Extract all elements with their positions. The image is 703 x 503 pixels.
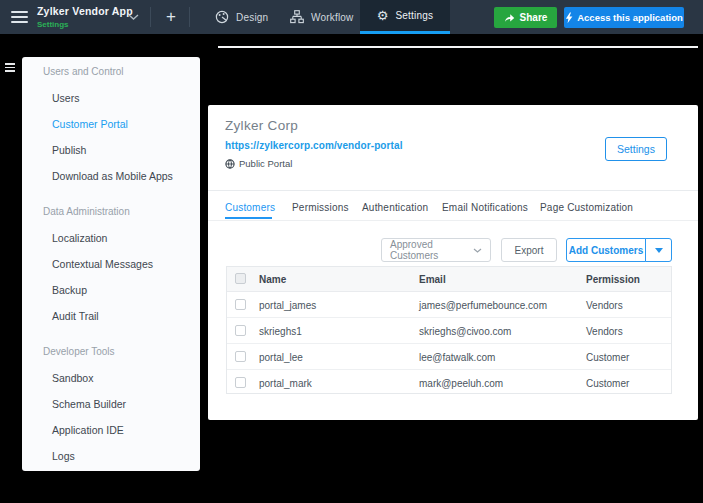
portal-settings-button[interactable]: Settings bbox=[605, 137, 667, 161]
access-button-label: Access this application bbox=[577, 12, 683, 23]
tab-permissions[interactable]: Permissions bbox=[292, 202, 349, 213]
tab-workflow-label: Workflow bbox=[311, 12, 354, 23]
chevron-down-icon bbox=[473, 248, 482, 253]
add-customers-button[interactable]: Add Customers bbox=[566, 238, 646, 262]
customer-filter-value: Approved Customers bbox=[390, 239, 473, 261]
app-screen: Zylker Vendor App Settings + Design bbox=[0, 0, 703, 503]
sidebar-item-contextual-messages[interactable]: Contextual Messages bbox=[52, 258, 153, 270]
page-title: Zylker Corp bbox=[225, 118, 298, 133]
column-header-permission: Permission bbox=[586, 274, 640, 285]
row-checkbox[interactable] bbox=[235, 377, 246, 388]
select-all-checkbox[interactable] bbox=[235, 273, 246, 284]
collapsed-panel-toggle-icon[interactable] bbox=[5, 63, 15, 72]
tab-workflow[interactable]: Workflow bbox=[278, 0, 366, 34]
cell-email: mark@peeluh.com bbox=[419, 377, 503, 388]
sidebar-section-users-and-control: Users and Control bbox=[43, 66, 124, 77]
top-bar: Zylker Vendor App Settings + Design bbox=[0, 0, 703, 34]
share-button-label: Share bbox=[520, 12, 548, 23]
table-row[interactable]: portal_james james@perfumebounce.com Ven… bbox=[227, 292, 671, 318]
cell-name: skrieghs1 bbox=[259, 325, 302, 336]
workflow-icon bbox=[290, 10, 304, 24]
cell-email: skrieghs@civoo.com bbox=[419, 325, 511, 336]
portal-url-link[interactable]: https://zylkercorp.com/vendor-portal bbox=[225, 140, 403, 151]
tab-settings-label: Settings bbox=[395, 10, 433, 21]
add-customers-dropdown-button[interactable] bbox=[645, 238, 672, 262]
add-component-button[interactable]: + bbox=[157, 0, 185, 34]
app-subtitle: Settings bbox=[37, 20, 133, 29]
portal-visibility-label: Public Portal bbox=[239, 158, 292, 169]
cell-permission: Customer bbox=[586, 377, 629, 388]
cell-permission: Vendors bbox=[586, 299, 623, 310]
table-row[interactable]: skrieghs1 skrieghs@civoo.com Vendors bbox=[227, 318, 671, 344]
table-row[interactable]: portal_lee lee@fatwalk.com Customer bbox=[227, 344, 671, 370]
table-row[interactable]: portal_mark mark@peeluh.com Customer bbox=[227, 370, 671, 395]
cell-email: lee@fatwalk.com bbox=[419, 351, 495, 362]
tab-page-customization[interactable]: Page Customization bbox=[540, 202, 633, 213]
app-switcher[interactable]: Zylker Vendor App Settings bbox=[37, 5, 133, 29]
add-customers-button-label: Add Customers bbox=[569, 245, 643, 256]
cell-permission: Vendors bbox=[586, 325, 623, 336]
portal-settings-button-label: Settings bbox=[617, 143, 655, 155]
share-icon bbox=[504, 13, 515, 23]
globe-icon bbox=[225, 159, 235, 169]
customers-table: Name Email Permission portal_james james… bbox=[226, 266, 672, 394]
portal-visibility: Public Portal bbox=[225, 158, 292, 169]
tab-design-label: Design bbox=[236, 12, 268, 23]
sidebar-item-users[interactable]: Users bbox=[52, 92, 79, 104]
access-application-button[interactable]: Access this application bbox=[564, 7, 684, 28]
sidebar-item-application-ide[interactable]: Application IDE bbox=[52, 424, 124, 436]
backdrop-divider-line bbox=[218, 46, 698, 48]
column-header-email: Email bbox=[419, 274, 446, 285]
cell-permission: Customer bbox=[586, 351, 629, 362]
divider bbox=[150, 7, 151, 27]
cell-name: portal_lee bbox=[259, 351, 303, 362]
customer-filter-select[interactable]: Approved Customers bbox=[381, 238, 491, 262]
sidebar-item-customer-portal[interactable]: Customer Portal bbox=[52, 118, 128, 130]
caret-down-icon bbox=[655, 248, 663, 253]
cell-name: portal_mark bbox=[259, 377, 312, 388]
sidebar-item-schema-builder[interactable]: Schema Builder bbox=[52, 398, 126, 410]
row-checkbox[interactable] bbox=[235, 351, 246, 362]
customer-portal-panel: Zylker Corp https://zylkercorp.com/vendo… bbox=[208, 105, 698, 420]
sidebar-item-backup[interactable]: Backup bbox=[52, 284, 87, 296]
export-button[interactable]: Export bbox=[501, 238, 557, 262]
sidebar-item-download-as-mobile-apps[interactable]: Download as Mobile Apps bbox=[52, 170, 173, 182]
divider bbox=[208, 220, 698, 221]
chevron-down-icon[interactable] bbox=[128, 14, 139, 20]
tab-email-notifications[interactable]: Email Notifications bbox=[442, 202, 528, 213]
share-button[interactable]: Share bbox=[494, 7, 557, 28]
tab-authentication[interactable]: Authentication bbox=[362, 202, 428, 213]
sidebar-item-publish[interactable]: Publish bbox=[52, 144, 86, 156]
sidebar-item-localization[interactable]: Localization bbox=[52, 232, 107, 244]
divider bbox=[189, 7, 190, 27]
row-checkbox[interactable] bbox=[235, 325, 246, 336]
cell-email: james@perfumebounce.com bbox=[419, 299, 547, 310]
active-tab-underline bbox=[225, 217, 272, 219]
lightning-icon bbox=[565, 12, 573, 24]
cell-name: portal_james bbox=[259, 299, 316, 310]
sidebar-section-developer-tools: Developer Tools bbox=[43, 346, 115, 357]
divider bbox=[208, 190, 698, 191]
row-checkbox[interactable] bbox=[235, 299, 246, 310]
settings-sidebar: Users and Control Users Customer Portal … bbox=[22, 57, 200, 471]
design-icon bbox=[215, 10, 229, 24]
sidebar-item-sandbox[interactable]: Sandbox bbox=[52, 372, 93, 384]
tab-settings[interactable]: ⚙ Settings bbox=[360, 0, 450, 34]
export-button-label: Export bbox=[515, 245, 544, 256]
tab-design[interactable]: Design bbox=[203, 0, 280, 34]
sidebar-section-data-administration: Data Administration bbox=[43, 206, 130, 217]
tab-customers[interactable]: Customers bbox=[225, 202, 275, 213]
app-title: Zylker Vendor App bbox=[37, 5, 133, 17]
sidebar-item-logs[interactable]: Logs bbox=[52, 450, 75, 462]
column-header-name: Name bbox=[259, 274, 286, 285]
gear-icon: ⚙ bbox=[377, 9, 389, 22]
sidebar-item-audit-trail[interactable]: Audit Trail bbox=[52, 310, 99, 322]
table-header-row: Name Email Permission bbox=[227, 267, 671, 292]
hamburger-menu-icon[interactable] bbox=[11, 11, 28, 23]
